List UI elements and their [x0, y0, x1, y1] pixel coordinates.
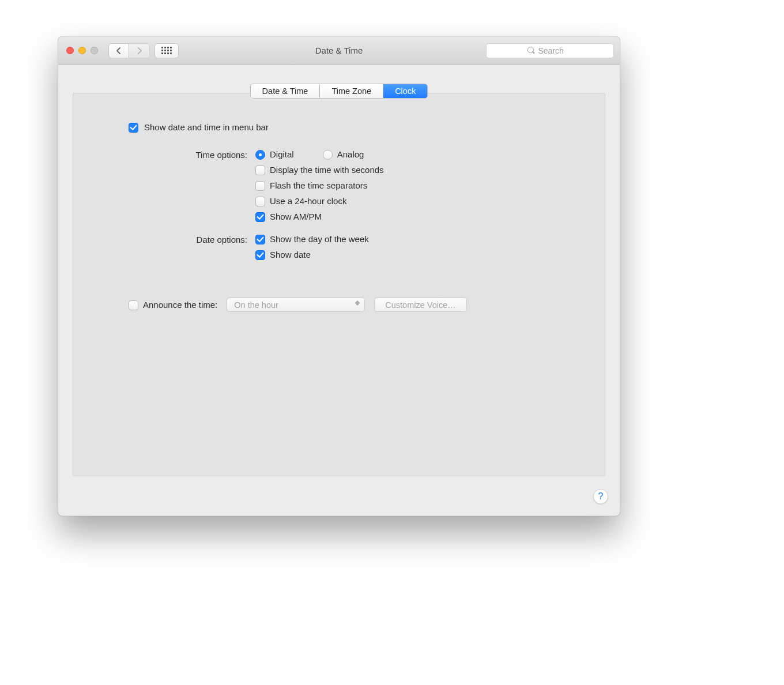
customize-voice-label: Customize Voice… [385, 300, 456, 310]
chevron-left-icon [116, 47, 122, 54]
flash-separators-checkbox[interactable] [255, 181, 265, 191]
display-seconds-checkbox[interactable] [255, 165, 265, 175]
grid-icon [161, 47, 172, 54]
time-digital-label: Digital [270, 149, 294, 159]
use-24h-checkbox[interactable] [255, 197, 265, 206]
tab-clock[interactable]: Clock [383, 84, 427, 98]
show-ampm-checkbox[interactable] [255, 212, 265, 222]
search-icon [527, 47, 535, 54]
clock-pane: Show date and time in menu bar Time opti… [73, 93, 605, 476]
show-date-label: Show date [270, 250, 311, 259]
back-button[interactable] [108, 43, 129, 58]
announce-time-checkbox[interactable] [129, 300, 138, 310]
help-button[interactable]: ? [593, 489, 608, 504]
time-digital-radio[interactable] [255, 150, 265, 160]
tab-date-time[interactable]: Date & Time [251, 84, 321, 98]
show-date-checkbox[interactable] [255, 250, 265, 260]
time-analog-label: Analog [337, 149, 364, 159]
announce-interval-dropdown[interactable]: On the hour [227, 298, 365, 312]
search-input[interactable] [538, 46, 573, 55]
show-in-menubar-checkbox[interactable] [129, 123, 138, 133]
zoom-button [91, 47, 98, 54]
updown-icon [355, 300, 360, 306]
show-in-menubar-label: Show date and time in menu bar [144, 122, 269, 132]
show-day-of-week-checkbox[interactable] [255, 235, 265, 244]
tab-time-zone[interactable]: Time Zone [320, 84, 383, 98]
display-seconds-label: Display the time with seconds [270, 165, 384, 175]
toolbar [108, 43, 179, 58]
announce-interval-value: On the hour [234, 300, 278, 310]
show-in-menubar-row: Show date and time in menu bar [129, 122, 559, 132]
forward-button[interactable] [129, 43, 150, 58]
time-options-row: Time options: Digital Analog [129, 149, 559, 221]
date-options-row: Date options: Show the day of the week S… [129, 234, 559, 259]
flash-separators-label: Flash the time separators [270, 180, 367, 190]
content-area: Date & Time Time Zone Clock Show date an… [58, 84, 620, 99]
close-button[interactable] [66, 47, 74, 54]
help-icon: ? [598, 491, 604, 502]
minimize-button[interactable] [78, 47, 86, 54]
announce-time-label: Announce the time: [143, 300, 217, 310]
customize-voice-button[interactable]: Customize Voice… [374, 298, 467, 312]
show-ampm-label: Show AM/PM [270, 212, 322, 221]
date-options-label: Date options: [129, 234, 255, 244]
show-day-of-week-label: Show the day of the week [270, 234, 369, 244]
search-field[interactable] [486, 43, 614, 58]
nav-buttons [108, 43, 150, 58]
titlebar: Date & Time [58, 37, 620, 65]
time-analog-radio[interactable] [323, 150, 333, 160]
show-all-button[interactable] [154, 43, 179, 58]
preferences-window: Date & Time Date & Time Time Zone Clock … [58, 36, 620, 516]
announce-row: Announce the time: On the hour Customize… [129, 298, 559, 312]
use-24h-label: Use a 24-hour clock [270, 196, 346, 206]
chevron-right-icon [137, 47, 142, 54]
tab-bar: Date & Time Time Zone Clock [58, 84, 620, 99]
time-options-label: Time options: [129, 149, 255, 160]
window-controls [66, 47, 98, 54]
